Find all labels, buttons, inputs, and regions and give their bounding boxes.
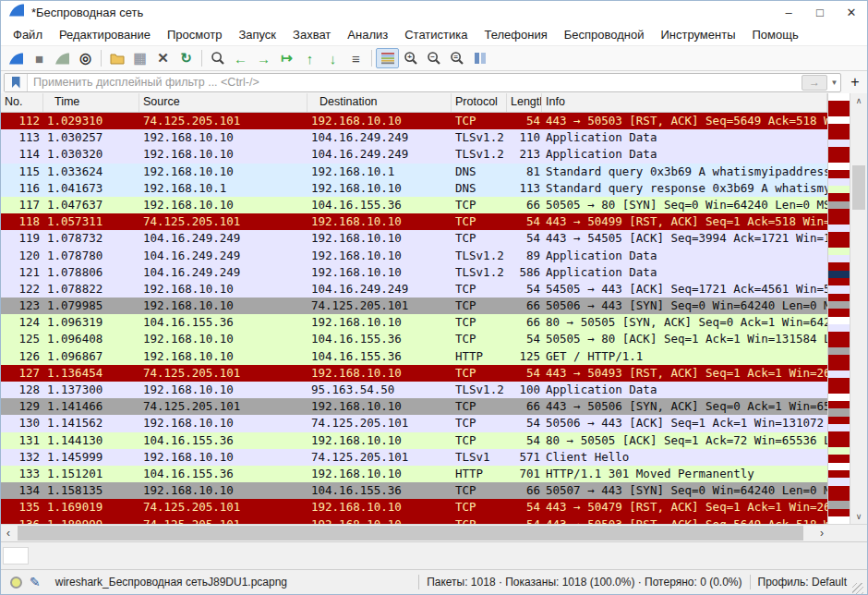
display-filter-input[interactable] <box>28 76 802 89</box>
packet-row[interactable]: 1301.141562192.168.10.1074.125.205.101TC… <box>1 415 827 431</box>
go-to-bottom-icon[interactable]: ↓ <box>321 48 344 68</box>
menu-item-4[interactable]: Захват <box>284 24 339 45</box>
menu-item-10[interactable]: Помощь <box>744 24 807 45</box>
resize-grip[interactable] <box>852 583 863 594</box>
packet-row[interactable]: 1191.078732104.16.249.249192.168.10.10TC… <box>1 230 827 247</box>
scroll-down-icon[interactable]: ∨ <box>850 509 867 524</box>
minimap-stripe <box>828 262 850 270</box>
packet-row[interactable]: 1201.078780104.16.249.249192.168.10.10TL… <box>1 248 827 264</box>
packet-cell-src: 192.168.10.10 <box>139 348 307 365</box>
close-button[interactable]: ✕ <box>836 1 867 23</box>
start-capture-icon[interactable] <box>5 48 28 68</box>
menu-item-9[interactable]: Инструменты <box>652 24 743 45</box>
minimap-stripe <box>828 278 850 285</box>
column-header-proto[interactable]: Protocol <box>452 93 507 112</box>
packet-row[interactable]: 1321.145999192.168.10.1074.125.205.101TL… <box>1 449 827 466</box>
go-forward-icon[interactable]: → <box>252 48 275 68</box>
stop-capture-icon[interactable]: ■ <box>28 48 51 68</box>
packet-row[interactable]: 1311.144130104.16.155.36192.168.10.10TCP… <box>1 432 827 449</box>
packet-row[interactable]: 1261.096867192.168.10.10104.16.155.36HTT… <box>1 348 827 365</box>
scroll-up-icon[interactable]: ∧ <box>850 93 867 108</box>
filter-dropdown-icon[interactable]: ▼ <box>828 79 840 87</box>
packet-row[interactable]: 1351.16901974.125.205.101192.168.10.10TC… <box>1 499 827 516</box>
packet-row[interactable]: 1361.18099974.125.205.101192.168.10.10TC… <box>1 516 827 525</box>
horizontal-scrollbar[interactable]: ‹ › <box>1 525 829 541</box>
packet-row[interactable]: 1171.047637192.168.10.10104.16.155.36TCP… <box>1 197 827 213</box>
zoom-in-icon[interactable]: + <box>399 48 422 68</box>
apply-filter-button[interactable]: → <box>802 75 827 91</box>
status-separator <box>750 575 751 589</box>
save-file-icon[interactable]: ▦ <box>128 48 151 68</box>
menu-item-8[interactable]: Беспроводной <box>556 24 653 45</box>
horizontal-scrollbar-thumb[interactable] <box>18 526 803 540</box>
filter-bookmark-button[interactable] <box>5 74 28 91</box>
minimap-stripe <box>828 486 850 493</box>
packet-row[interactable]: 1271.13645474.125.205.101192.168.10.10TC… <box>1 365 827 382</box>
menu-item-2[interactable]: Просмотр <box>159 24 230 45</box>
maximize-button[interactable]: □ <box>804 1 836 23</box>
packet-row[interactable]: 1211.078806104.16.249.249192.168.10.10TL… <box>1 264 827 281</box>
packet-cell-proto: TLSv1.2 <box>452 129 507 146</box>
restart-capture-icon[interactable] <box>51 48 74 68</box>
profile-label[interactable]: Профиль: Default <box>758 576 848 589</box>
minimize-button[interactable]: – <box>773 1 804 23</box>
column-header-info[interactable]: Info <box>542 93 827 112</box>
menu-item-3[interactable]: Запуск <box>230 24 284 45</box>
packet-cell-no: 131 <box>1 432 43 449</box>
vertical-scrollbar[interactable]: ∧ ∨ <box>850 93 867 524</box>
status-bar: ✎ wireshark_Беспроводная сетьJ89DU1.pcap… <box>1 569 867 594</box>
menu-item-7[interactable]: Телефония <box>476 24 555 45</box>
vertical-scrollbar-thumb[interactable] <box>852 165 865 210</box>
find-packet-icon[interactable] <box>206 48 229 68</box>
menu-item-1[interactable]: Редактирование <box>51 24 159 45</box>
capture-comment-icon[interactable]: ✎ <box>30 575 41 589</box>
close-file-icon[interactable]: ✕ <box>151 48 175 68</box>
column-header-src[interactable]: Source <box>139 93 307 112</box>
packet-row[interactable]: 1141.030320192.168.10.10104.16.249.249TL… <box>1 146 827 163</box>
open-file-icon[interactable] <box>105 48 128 68</box>
packet-row[interactable]: 1291.14146674.125.205.101192.168.10.10TC… <box>1 398 827 415</box>
minimap-stripe <box>828 362 850 370</box>
menu-item-5[interactable]: Анализ <box>339 24 396 45</box>
packet-row[interactable]: 1181.05731174.125.205.101192.168.10.10TC… <box>1 213 827 230</box>
packet-cell-time: 1.180999 <box>43 516 139 525</box>
packet-row[interactable]: 1151.033624192.168.10.10192.168.10.1DNS8… <box>1 164 827 180</box>
packet-row[interactable]: 1341.158135192.168.10.10104.16.155.36TCP… <box>1 482 827 499</box>
packet-row[interactable]: 1121.02931074.125.205.101192.168.10.10TC… <box>1 113 827 129</box>
expert-info-icon[interactable] <box>10 577 22 589</box>
packet-cell-dst: 192.168.10.10 <box>307 264 452 281</box>
zoom-original-icon[interactable]: = <box>445 48 468 68</box>
scroll-left-icon[interactable]: ‹ <box>1 525 16 541</box>
scroll-right-icon[interactable]: › <box>814 525 829 541</box>
go-back-icon[interactable]: ← <box>229 48 252 68</box>
capture-options-icon[interactable]: ◎ <box>74 48 97 68</box>
auto-scroll-icon[interactable]: ≡ <box>344 48 368 68</box>
packet-row[interactable]: 1221.078822192.168.10.10104.16.249.249TC… <box>1 281 827 298</box>
column-header-dst[interactable]: Destination <box>307 93 452 112</box>
packet-row[interactable]: 1161.041673192.168.10.1192.168.10.10DNS1… <box>1 180 827 197</box>
menu-item-0[interactable]: Файл <box>5 24 51 45</box>
packet-row[interactable]: 1131.030257192.168.10.10104.16.249.249TL… <box>1 129 827 146</box>
menu-item-6[interactable]: Статистика <box>396 24 476 45</box>
packet-row[interactable]: 1251.096408192.168.10.10104.16.155.36TCP… <box>1 331 827 347</box>
packet-cell-len: 89 <box>507 248 542 264</box>
add-filter-button[interactable]: + <box>846 73 864 91</box>
horizontal-scrollbar-track[interactable] <box>16 525 814 541</box>
packet-cell-len: 571 <box>507 449 542 466</box>
colorize-icon[interactable] <box>376 48 399 68</box>
packet-cell-info: Application Data <box>542 248 827 264</box>
packet-row[interactable]: 1241.096319104.16.155.36192.168.10.10TCP… <box>1 314 827 331</box>
column-header-time[interactable]: Time <box>43 93 139 112</box>
packet-row[interactable]: 1281.137300192.168.10.1095.163.54.50TLSv… <box>1 382 827 398</box>
column-header-len[interactable]: Length <box>507 93 542 112</box>
column-header-no[interactable]: No. <box>1 93 43 112</box>
go-to-packet-icon[interactable]: ↦ <box>275 48 298 68</box>
reload-icon[interactable]: ↻ <box>175 48 198 68</box>
packet-row[interactable]: 1231.079985192.168.10.1074.125.205.101TC… <box>1 298 827 314</box>
go-to-top-icon[interactable]: ↑ <box>298 48 321 68</box>
packet-row[interactable]: 1331.151201104.16.155.36192.168.10.10HTT… <box>1 466 827 482</box>
packet-minimap[interactable] <box>827 93 850 524</box>
packet-cell-no: 134 <box>1 482 43 499</box>
zoom-out-icon[interactable]: − <box>422 48 445 68</box>
resize-columns-icon[interactable] <box>468 48 491 68</box>
